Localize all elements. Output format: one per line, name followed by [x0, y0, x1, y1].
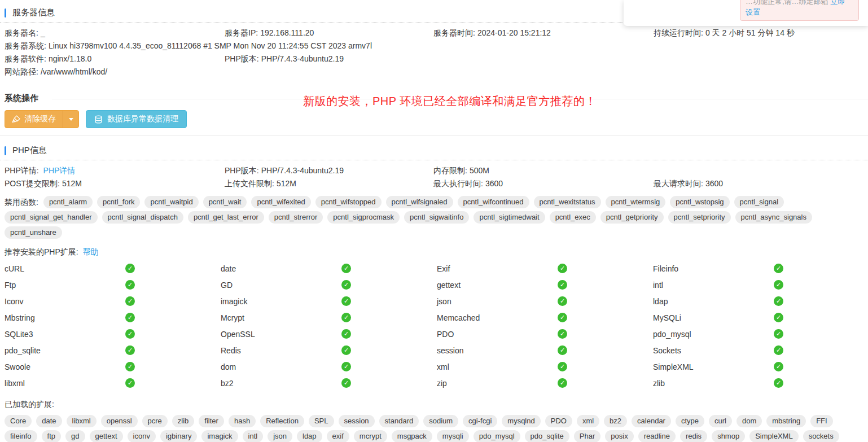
check-icon: [125, 329, 135, 339]
clear-cache-dropdown-toggle[interactable]: [63, 111, 78, 128]
extension-name: SQLite3: [5, 330, 33, 339]
extension-name: libxml: [5, 379, 25, 388]
disabled-function-tag: pcntl_sigprocmask: [327, 211, 400, 224]
loaded-extension-tag: session: [339, 415, 375, 427]
extension-row: MySQLi: [653, 309, 868, 326]
post-limit-field: POST提交限制:512M: [5, 177, 225, 190]
php-detail-field: PHP详情: PHP详情: [5, 164, 225, 177]
upload-limit-field: 上传文件限制:512M: [225, 177, 433, 190]
loaded-extension-tag: bz2: [604, 415, 627, 427]
check-icon: [558, 264, 567, 273]
disabled-function-tag: pcntl_wtermsig: [606, 196, 666, 208]
notice-panel: …功能正常,请…绑定邮箱 立即 设置: [624, 0, 868, 26]
extension-row: libxml: [5, 375, 221, 391]
extension-row: intl: [653, 277, 868, 293]
extension-name: Sockets: [653, 346, 681, 355]
site-path-field: 网站路径:/var/www/html/kod/: [5, 65, 863, 78]
clean-icon: [12, 115, 20, 124]
loaded-extension-tag: date: [36, 415, 62, 427]
notice-alert: …功能正常,请…绑定邮箱 立即 设置: [740, 0, 859, 21]
loaded-extension-tag: ldap: [297, 430, 322, 442]
loaded-extension-tag: fileinfo: [5, 430, 37, 442]
disabled-function-tag: pcntl_sigtimedwait: [474, 211, 545, 224]
extension-name: Mcrypt: [221, 313, 244, 322]
extension-name: pdo_mysql: [653, 330, 691, 339]
extension-name: Ftp: [5, 281, 16, 290]
loaded-extension-tag: FFI: [810, 415, 833, 427]
extension-row: zip: [437, 375, 653, 391]
check-icon: [774, 362, 783, 371]
loaded-extensions: CoredatelibxmlopensslpcrezlibfilterhashR…: [5, 415, 863, 442]
extensions-grid: cURL date Exif Fileinfo Ftp: [5, 260, 863, 391]
loaded-extension-tag: zlib: [172, 415, 195, 427]
loaded-extension-tag: mcrypt: [354, 430, 387, 442]
loaded-extension-tag: shmop: [712, 430, 745, 442]
extension-row: GD: [221, 277, 437, 293]
loaded-extension-tag: cgi-fcgi: [463, 415, 497, 427]
check-icon: [125, 345, 135, 355]
extension-name: OpenSSL: [221, 330, 255, 339]
extension-name: Memcached: [437, 313, 480, 322]
check-icon: [125, 296, 135, 306]
disabled-functions-label: 禁用函数:: [5, 196, 38, 208]
loaded-extension-tag: hash: [229, 415, 256, 427]
disabled-function-tag: pcntl_wstopsig: [670, 196, 729, 208]
extension-name: SimpleXML: [653, 362, 694, 371]
disabled-function-tag: pcntl_async_signals: [735, 211, 812, 224]
extension-name: zip: [437, 379, 447, 388]
extension-row: Redis: [221, 342, 437, 358]
disabled-function-tag: pcntl_strerror: [269, 211, 323, 224]
loaded-extension-tag: xml: [577, 415, 599, 427]
db-clean-button[interactable]: 数据库异常数据清理: [86, 110, 187, 128]
disabled-function-tag: pcntl_wifsignaled: [386, 196, 453, 208]
check-icon: [558, 362, 567, 371]
loaded-extension-tag: sockets: [803, 430, 839, 442]
extension-row: ldap: [653, 293, 868, 309]
notice-link-settings[interactable]: 设置: [746, 8, 760, 16]
extension-name: pdo_sqlite: [5, 346, 41, 355]
extension-name: cURL: [5, 264, 24, 273]
extension-name: ldap: [653, 297, 668, 306]
check-icon: [125, 378, 135, 388]
extension-name: json: [437, 297, 451, 306]
loaded-extension-tag: dom: [737, 415, 762, 427]
check-icon: [774, 313, 783, 322]
server-info-row-1: 服务器名:_ 服务器IP:192.168.111.20 服务器时间:2024-0…: [5, 27, 863, 78]
check-icon: [125, 280, 135, 290]
loaded-extension-tag: ctype: [676, 415, 704, 427]
extension-row: zlib: [653, 375, 868, 391]
check-icon: [341, 264, 351, 273]
loaded-extension-tag: mysqli: [437, 430, 469, 442]
check-icon: [125, 264, 135, 273]
extension-row: Exif: [437, 260, 653, 277]
check-icon: [774, 264, 783, 273]
annotation-text: 新版的安装，PHP 环境已经全部编译和满足官方推荐的！: [303, 94, 597, 109]
max-exec-time-field: 最大执行时间:3600: [433, 177, 654, 190]
help-link[interactable]: 帮助: [83, 247, 99, 256]
php-detail-link[interactable]: PHP详情: [43, 166, 76, 175]
loaded-extension-tag: sodium: [423, 415, 458, 427]
extension-name: imagick: [221, 297, 247, 306]
server-software-field: 服务器软件:nginx/1.18.0: [5, 52, 225, 65]
disabled-function-tag: pcntl_signal_dispatch: [102, 211, 183, 224]
loaded-extension-tag: Phar: [574, 430, 600, 442]
clear-cache-button[interactable]: 清除缓存: [5, 111, 63, 128]
server-php-version-field: PHP版本:PHP/7.4.3-4ubuntu2.19: [225, 52, 863, 65]
loaded-extension-tag: SimpleXML: [749, 430, 798, 442]
loaded-extension-tag: mysqlnd: [502, 415, 540, 427]
loaded-extension-tag: calendar: [632, 415, 671, 427]
loaded-extension-tag: ftp: [42, 430, 61, 442]
extension-row: session: [437, 342, 653, 358]
disabled-function-tag: pcntl_get_last_error: [188, 211, 264, 224]
extension-row: pdo_mysql: [653, 326, 868, 342]
check-icon: [341, 378, 351, 388]
server-system-field: 服务器系统:Linux hi3798mv100 4.4.35_ecoo_8111…: [5, 40, 863, 52]
memory-limit-field: 内存限制:500M: [433, 164, 863, 177]
notice-link-immediately[interactable]: 立即: [830, 0, 845, 6]
loaded-extension-tag: intl: [243, 430, 264, 442]
extension-name: session: [437, 346, 463, 355]
extension-name: Redis: [221, 346, 241, 355]
section-accent-bar: [5, 8, 6, 17]
extension-row: Mcrypt: [221, 309, 437, 326]
check-icon: [341, 296, 351, 306]
